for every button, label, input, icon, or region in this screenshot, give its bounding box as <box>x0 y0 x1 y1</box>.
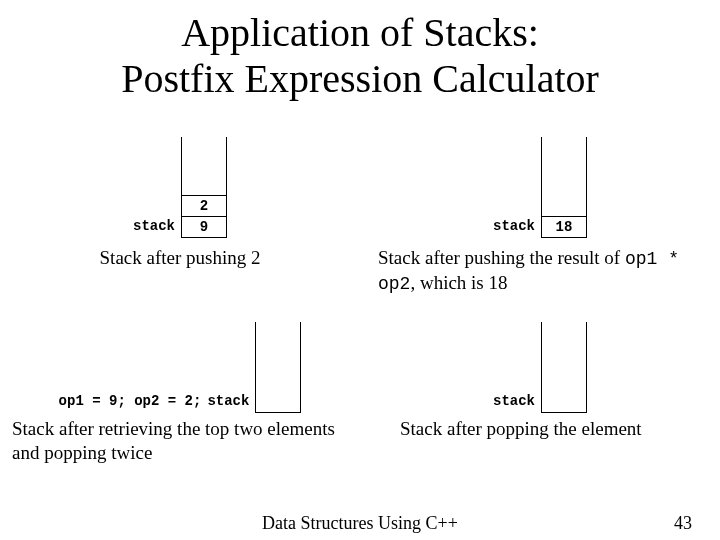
fig3-caption-cell: Stack after retrieving the top two eleme… <box>0 413 360 465</box>
stack-box-empty <box>541 322 587 413</box>
row-2: op1 = 9; op2 = 2; stack stack <box>0 313 720 413</box>
stack-label: stack <box>133 218 175 234</box>
content-area: stack 2 9 Stack after pushing 2 stack 18… <box>0 128 720 465</box>
caption-text: , which is 18 <box>410 272 507 293</box>
row-1: stack 2 9 Stack after pushing 2 stack 18… <box>0 128 720 295</box>
stack-label: stack <box>493 218 535 234</box>
fig4-caption: Stack after popping the element <box>360 413 720 441</box>
stack-box: 18 <box>541 137 587 238</box>
title-line-2: Postfix Expression Calculator <box>0 56 720 102</box>
caption-text: and popping twice <box>12 442 152 463</box>
figure-1: stack 2 9 Stack after pushing 2 <box>0 128 360 295</box>
fig3-diagram: op1 = 9; op2 = 2; stack <box>0 313 360 413</box>
fig1-diagram: stack 2 9 <box>0 128 360 238</box>
fig2-caption: Stack after pushing the result of op1 * … <box>360 238 720 295</box>
figure-2: stack 18 Stack after pushing the result … <box>360 128 720 295</box>
stack-item: 18 <box>542 216 586 237</box>
figure-4: stack <box>360 313 720 413</box>
footer-text: Data Structures Using C++ <box>0 513 720 534</box>
stack-item: 2 <box>182 195 226 216</box>
caption-text: Stack after retrieving the top two eleme… <box>12 418 335 439</box>
title-line-1: Application of Stacks: <box>0 10 720 56</box>
stack-label: stack <box>207 393 249 409</box>
fig1-caption: Stack after pushing 2 <box>0 238 360 270</box>
fig2-diagram: stack 18 <box>360 128 720 238</box>
stack-label: stack <box>493 393 535 409</box>
page-number: 43 <box>674 513 692 534</box>
figure-3: op1 = 9; op2 = 2; stack <box>0 313 360 413</box>
stack-box: 2 9 <box>181 137 227 238</box>
code-span: op2 <box>378 274 410 294</box>
stack-box-empty <box>255 322 301 413</box>
stack-item: 9 <box>182 216 226 237</box>
slide-title: Application of Stacks: Postfix Expressio… <box>0 0 720 102</box>
caption-text: Stack after pushing the result of <box>378 247 625 268</box>
row-2-captions: Stack after retrieving the top two eleme… <box>0 413 720 465</box>
variables-text: op1 = 9; op2 = 2; <box>59 393 202 409</box>
fig3-caption: Stack after retrieving the top two eleme… <box>0 413 360 465</box>
code-span: op1 * <box>625 249 679 269</box>
fig4-caption-cell: Stack after popping the element <box>360 413 720 465</box>
fig4-diagram: stack <box>360 313 720 413</box>
